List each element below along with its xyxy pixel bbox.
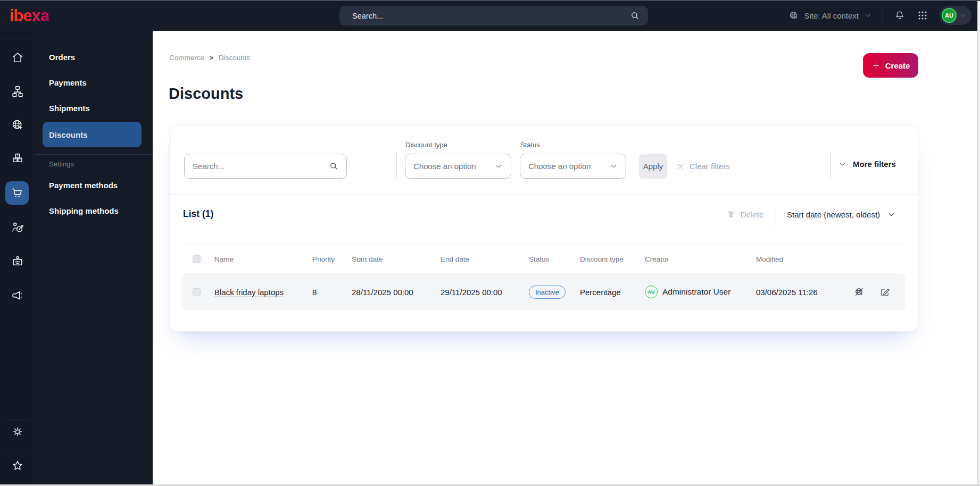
creator-name: Administrator User [662, 287, 730, 297]
delete-label: Delete [741, 210, 763, 219]
window-frame-top [0, 0, 980, 1]
window-frame-right [977, 0, 980, 486]
chevron-down-icon [863, 11, 872, 20]
chevron-down-icon [609, 162, 618, 171]
preview-on-site-disabled-icon[interactable] [854, 287, 865, 298]
rail-item-dashboard[interactable] [0, 46, 35, 69]
column-header-status[interactable]: Status [529, 255, 580, 263]
sort-selector[interactable]: Start date (newest, oldest) [787, 206, 896, 223]
rail-item-product-catalog[interactable] [0, 147, 35, 170]
more-filters-button[interactable]: More filters [838, 152, 896, 177]
home-icon [11, 51, 24, 64]
cell-start-date: 28/11/2025 00:00 [352, 288, 441, 297]
breadcrumb-commerce[interactable]: Commerce [169, 54, 204, 62]
content-tree-icon [11, 85, 24, 98]
site-context-label: Site: All context [804, 11, 859, 20]
discount-type-select[interactable]: Choose an option [405, 154, 511, 179]
sidebar-item-payment-methods[interactable]: Payment methods [49, 179, 142, 192]
discounts-card: Discount type Choose an option Status Ch… [169, 124, 918, 332]
creator-avatar: AU [645, 286, 658, 298]
delete-button[interactable]: Delete [726, 206, 763, 223]
rail-item-campaigns[interactable] [0, 284, 35, 307]
status-select[interactable]: Choose an option [520, 154, 626, 179]
sidebar-hairline [0, 39, 153, 39]
sidebar-section-settings: Settings [49, 160, 74, 169]
ibexa-logo[interactable]: ibexa [10, 6, 49, 26]
table-top-border [182, 245, 905, 245]
column-header-end-date[interactable]: End date [441, 255, 529, 263]
icon-rail [0, 31, 35, 486]
rail-item-corporate[interactable] [0, 250, 35, 273]
user-menu[interactable]: AU [940, 6, 971, 25]
row-actions [854, 287, 905, 298]
sidebar-item-payments[interactable]: Payments [49, 77, 142, 89]
chevron-down-icon [494, 162, 503, 171]
list-header-divider [776, 206, 776, 230]
sort-label: Start date (newest, oldest) [787, 210, 880, 219]
rail-item-site[interactable] [0, 113, 35, 137]
clear-filters-label: Clear filters [690, 162, 730, 171]
status-label: Status [520, 141, 540, 149]
top-bar: ibexa Site: All context AU [0, 0, 980, 31]
cell-creator: AU Administrator User [645, 286, 756, 298]
status-badge: Inactive [529, 286, 566, 299]
list-search-input[interactable] [193, 162, 329, 171]
clear-filters-button[interactable]: Clear filters [676, 154, 730, 179]
global-search-input[interactable] [352, 12, 630, 20]
sidebar-item-orders[interactable]: Orders [49, 51, 142, 64]
list-search[interactable] [184, 154, 347, 179]
cell-discount-type: Percentage [580, 288, 645, 297]
sidebar-item-discounts-active[interactable]: Discounts [43, 122, 142, 147]
main-content: Commerce > Discounts Create Discounts Di… [153, 31, 980, 486]
apply-button[interactable]: Apply [639, 154, 667, 179]
global-search[interactable] [339, 6, 648, 26]
column-header-name[interactable]: Name [214, 255, 312, 263]
cell-priority: 8 [312, 288, 352, 297]
globe-cursor-icon [788, 10, 799, 21]
edit-icon[interactable] [879, 287, 891, 298]
column-header-discount-type[interactable]: Discount type [580, 255, 645, 263]
breadcrumb-discounts[interactable]: Discounts [219, 54, 250, 62]
chevron-down-icon [887, 210, 896, 219]
row-checkbox[interactable] [193, 288, 201, 296]
more-filters-label: More filters [853, 160, 896, 169]
breadcrumb-separator: > [210, 54, 213, 62]
customer-target-icon [11, 221, 24, 234]
top-bar-right: Site: All context AU [788, 0, 971, 31]
rail-item-content[interactable] [0, 80, 35, 103]
column-header-priority[interactable]: Priority [312, 255, 352, 263]
rail-item-admin[interactable] [0, 420, 35, 443]
column-header-creator[interactable]: Creator [645, 255, 756, 263]
bell-icon[interactable] [894, 10, 906, 21]
rail-item-bookmarks[interactable] [0, 454, 35, 477]
cell-modified: 03/06/2025 11:26 [756, 288, 854, 297]
sidebar-item-shipments[interactable]: Shipments [49, 102, 142, 115]
sidebar-section-divider [35, 154, 153, 155]
create-button-label: Create [885, 61, 910, 70]
product-boxes-icon [11, 152, 24, 165]
gear-icon [11, 425, 24, 439]
column-header-modified[interactable]: Modified [756, 255, 854, 263]
column-header-start-date[interactable]: Start date [352, 255, 441, 263]
search-icon[interactable] [329, 161, 339, 171]
discount-type-value: Choose an option [413, 162, 476, 171]
sidebar-item-shipping-methods[interactable]: Shipping methods [49, 205, 142, 217]
chevron-down-icon [838, 160, 847, 169]
discount-name-link[interactable]: Black friday laptops [214, 288, 284, 297]
corporate-badge-icon [11, 255, 24, 269]
rail-item-commerce-active[interactable] [5, 181, 29, 205]
rail-separator [4, 449, 30, 449]
search-icon[interactable] [630, 11, 640, 21]
table-header: Name Priority Start date End date Status… [182, 246, 905, 272]
status-value: Choose an option [528, 162, 591, 171]
chevron-down-icon [959, 12, 967, 19]
site-context-selector[interactable]: Site: All context [788, 10, 872, 21]
rail-item-personalization[interactable] [0, 216, 35, 239]
app-grid-icon[interactable] [917, 10, 928, 21]
discount-type-label: Discount type [405, 141, 447, 149]
avatar: AU [942, 8, 957, 23]
sidebar-divider [34, 31, 34, 486]
filter-bar: Discount type Choose an option Status Ch… [170, 125, 918, 195]
select-all-checkbox[interactable] [193, 255, 201, 263]
create-button[interactable]: Create [863, 53, 918, 78]
